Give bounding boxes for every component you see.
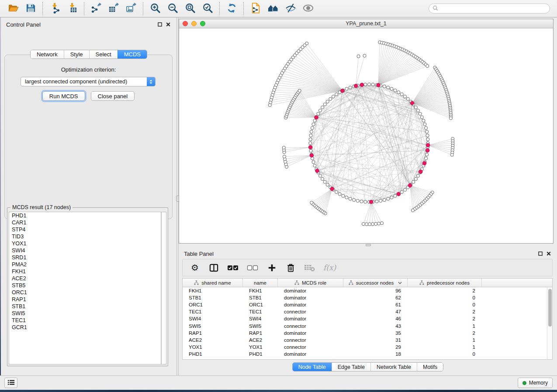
close-panel-button[interactable]: Close panel [91,91,135,101]
select-all-icon[interactable] [227,262,239,273]
memory-button[interactable]: Memory [518,378,553,388]
open-folder-button[interactable] [4,2,22,16]
document-share-button[interactable] [247,2,264,16]
horizontal-splitter[interactable] [179,244,557,247]
zoom-selected-button[interactable] [199,2,216,16]
column-header-predecessor-nodes[interactable]: predecessor nodes [408,279,482,287]
column-header-shared-name[interactable]: shared name [183,279,243,287]
eye-slash-button[interactable] [282,2,299,16]
table-cell: SWI5 [183,323,243,329]
table-cell: YOX1 [183,344,243,350]
zoom-out-icon [167,3,178,15]
node-table-scrollbar[interactable] [547,287,552,359]
column-header-successor-nodes[interactable]: successor nodes [343,279,408,287]
mcds-result-item[interactable]: PHD1 [9,212,161,219]
tab-network-table[interactable]: Network Table [370,363,417,371]
table-cell: ORC1 [243,302,278,307]
table-row[interactable]: RAP1RAP1dominator352 [183,330,547,337]
control-panel-close-icon[interactable] [166,22,170,27]
zoom-out-button[interactable] [164,2,181,16]
mcds-result-item[interactable]: GCR1 [9,324,161,331]
criterion-dropdown[interactable]: largest connected component (undirected) [21,77,156,86]
table-cell: SWI5 [243,323,278,329]
table-row[interactable]: SWI5SWI5connector431 [183,322,547,329]
refresh-view-button[interactable] [223,2,240,16]
tab-motifs[interactable]: Motifs [417,363,443,371]
column-header-MCDS-role[interactable]: MCDS role [278,279,343,287]
mcds-result-item[interactable]: TEC1 [9,317,161,324]
table-panel-float-icon[interactable] [538,251,543,256]
table-row[interactable]: SWI4SWI4dominator462 [183,315,547,322]
mcds-result-item[interactable]: ACE2 [9,275,161,282]
table-cell: dominator [278,330,343,336]
list-icon [7,379,15,387]
export-network-button[interactable] [87,2,105,16]
mcds-result-item[interactable]: CAR1 [9,219,161,226]
export-image-button[interactable] [122,2,140,16]
export-network-icon [91,3,102,15]
tab-network[interactable]: Network [31,50,64,58]
table-row[interactable]: TEC1TEC1connector472 [183,308,547,315]
mcds-result-item[interactable]: STP4 [9,226,161,233]
mcds-result-item[interactable]: ORC1 [9,289,161,296]
mcds-result-item[interactable]: STB1 [9,303,161,310]
control-panel-float-icon[interactable] [158,22,162,27]
table-row[interactable]: STB1STB1dominator620 [183,294,547,301]
zoom-in-button[interactable] [146,2,164,16]
mcds-result-item[interactable]: PMA2 [9,261,161,268]
table-cell: 35 [343,330,408,336]
tab-select[interactable]: Select [89,50,118,58]
deselect-all-icon[interactable] [247,262,258,273]
run-mcds-button[interactable]: Run MCDS [42,91,85,101]
mcds-result-item[interactable]: SRD1 [9,254,161,261]
gear-icon[interactable]: ⚙ [190,262,200,273]
import-table-icon [67,3,78,15]
tab-mcds[interactable]: MCDS [118,50,147,58]
table-row[interactable]: YOX1YOX1connector291 [183,344,547,351]
search-input[interactable] [440,6,546,12]
table-panel-close-icon[interactable] [547,251,551,256]
export-table-button[interactable] [105,2,122,16]
tab-style[interactable]: Style [64,50,89,58]
zoom-fit-icon [185,3,196,15]
import-network-button[interactable] [46,2,63,16]
table-cell: 2 [408,309,482,314]
horizontal-splitter-grip[interactable] [366,244,371,246]
table-cell: connector [278,323,343,329]
mcds-result-item[interactable]: YOX1 [9,240,161,247]
table-row[interactable]: PHD1PHD1dominator180 [183,351,547,358]
scrollbar-thumb[interactable] [548,289,552,327]
table-cell: SWI4 [183,316,243,321]
table-row[interactable]: ORC1ORC1dominator610 [183,301,547,308]
toolbar-separator [243,2,244,15]
zoom-fit-button[interactable] [181,2,199,16]
table-row[interactable]: ACE2ACE2connector311 [183,337,547,344]
console-log-button[interactable] [4,378,17,388]
tab-edge-table[interactable]: Edge Table [332,363,370,371]
mcds-result-item[interactable]: SWI5 [9,310,161,317]
import-table-button[interactable] [63,2,81,16]
search-box[interactable] [429,3,550,14]
delete-selected-icon[interactable] [285,262,296,273]
mcds-result-item[interactable]: SWI4 [9,247,161,254]
mcds-result-list[interactable]: PHD1CAR1STP4TID3YOX1SWI4SRD1PMA2FKH1ACE2… [9,212,161,364]
mcds-result-item[interactable]: TID3 [9,233,161,240]
network-canvas[interactable] [179,28,553,243]
double-house-button[interactable] [264,2,282,16]
mcds-result-item[interactable]: FKH1 [9,268,161,275]
table-cell: FKH1 [183,288,243,293]
column-header-name[interactable]: name [243,279,278,287]
save-session-button[interactable] [22,2,39,16]
add-column-icon[interactable] [266,262,277,273]
table-cell: 31 [343,337,408,343]
mcds-result-scrollbar[interactable] [161,212,166,364]
network-window-titlebar[interactable]: YPA_prune.txt_1 [179,19,553,28]
split-columns-icon[interactable] [208,262,219,273]
mcds-result-item[interactable]: RAP1 [9,296,161,303]
table-row[interactable]: FKH1FKH1dominator962 [183,287,547,294]
tab-node-table[interactable]: Node Table [293,363,332,371]
table-cell: PHD1 [243,351,278,357]
network-graph[interactable] [179,28,553,243]
table-cell: 29 [343,344,408,350]
mcds-result-item[interactable]: STB5 [9,282,161,289]
